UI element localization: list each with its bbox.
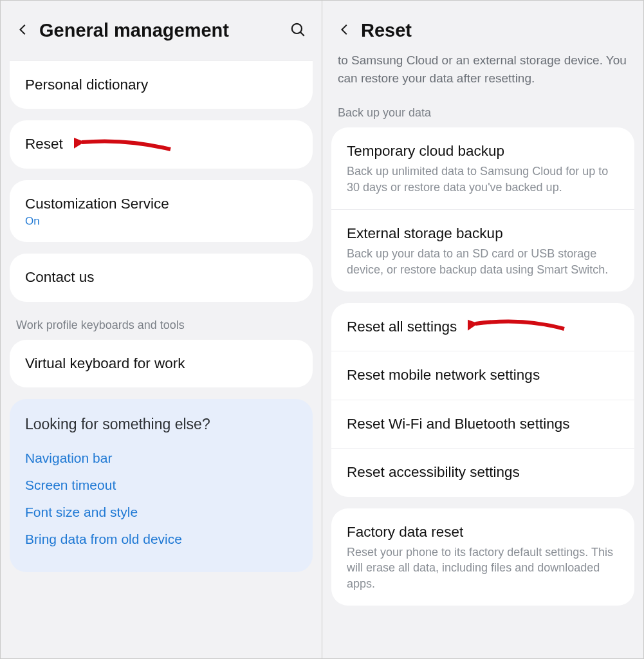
suggestions-title: Looking for something else?: [25, 416, 297, 433]
page-title: Reset: [361, 20, 628, 41]
item-customization-service[interactable]: Customization Service On: [10, 180, 313, 242]
card-reset: Reset: [10, 120, 313, 168]
pane-general-management: General management Personal dictionary R…: [1, 1, 322, 658]
item-reset-all-settings[interactable]: Reset all settings: [331, 303, 634, 351]
item-personal-dictionary[interactable]: Personal dictionary: [10, 60, 313, 109]
header: Reset: [322, 1, 643, 51]
item-reset[interactable]: Reset: [10, 120, 313, 168]
search-icon[interactable]: [290, 21, 306, 41]
item-status: On: [25, 215, 297, 228]
back-icon[interactable]: [338, 23, 352, 39]
item-external-storage-backup[interactable]: External storage backup Back up your dat…: [331, 209, 634, 292]
pane-reset: Reset to Samsung Cloud or an external st…: [322, 1, 643, 658]
item-description: Back up unlimited data to Samsung Cloud …: [347, 163, 619, 195]
card-reset-options: Reset all settings Reset mobile network …: [331, 303, 634, 497]
link-bring-data[interactable]: Bring data from old device: [25, 526, 297, 553]
link-screen-timeout[interactable]: Screen timeout: [25, 472, 297, 499]
page-title: General management: [39, 20, 281, 41]
item-virtual-keyboard-work[interactable]: Virtual keyboard for work: [10, 340, 313, 387]
item-label: Reset accessibility settings: [347, 463, 619, 482]
item-label: Virtual keyboard for work: [25, 354, 297, 373]
item-label: Reset Wi-Fi and Bluetooth settings: [347, 414, 619, 434]
intro-text: to Samsung Cloud or an external storage …: [331, 51, 634, 101]
item-reset-mobile-network[interactable]: Reset mobile network settings: [331, 351, 634, 399]
svg-point-0: [292, 23, 302, 33]
item-label: Reset mobile network settings: [347, 366, 619, 385]
suggestions-card: Looking for something else? Navigation b…: [10, 399, 313, 572]
item-factory-data-reset[interactable]: Factory data reset Reset your phone to i…: [331, 508, 634, 606]
item-description: Reset your phone to its factory default …: [347, 544, 619, 591]
item-label: Reset: [25, 135, 297, 154]
item-label: Reset all settings: [347, 317, 619, 337]
item-label: Contact us: [25, 268, 297, 287]
item-contact-us[interactable]: Contact us: [10, 254, 313, 301]
item-label: Temporary cloud backup: [347, 142, 619, 161]
svg-line-1: [300, 32, 304, 35]
item-reset-wifi-bluetooth[interactable]: Reset Wi-Fi and Bluetooth settings: [331, 400, 634, 448]
card-personal-dictionary: Personal dictionary: [10, 60, 313, 109]
card-factory-reset: Factory data reset Reset your phone to i…: [331, 508, 634, 606]
item-reset-accessibility[interactable]: Reset accessibility settings: [331, 448, 634, 496]
card-virtual-keyboard-work: Virtual keyboard for work: [10, 340, 313, 387]
section-work-label: Work profile keyboards and tools: [10, 313, 313, 340]
card-backup: Temporary cloud backup Back up unlimited…: [331, 127, 634, 292]
section-backup-label: Back up your data: [331, 101, 634, 127]
item-label: External storage backup: [347, 224, 619, 243]
back-icon[interactable]: [16, 23, 30, 39]
item-label: Personal dictionary: [25, 75, 297, 95]
card-customization-service: Customization Service On: [10, 180, 313, 242]
item-label: Factory data reset: [347, 523, 619, 542]
item-temporary-cloud-backup[interactable]: Temporary cloud backup Back up unlimited…: [331, 127, 634, 209]
item-description: Back up your data to an SD card or USB s…: [347, 246, 619, 277]
card-contact-us: Contact us: [10, 254, 313, 301]
link-font-size-style[interactable]: Font size and style: [25, 499, 297, 526]
item-label: Customization Service: [25, 194, 297, 214]
header: General management: [1, 1, 322, 60]
link-navigation-bar[interactable]: Navigation bar: [25, 445, 297, 472]
